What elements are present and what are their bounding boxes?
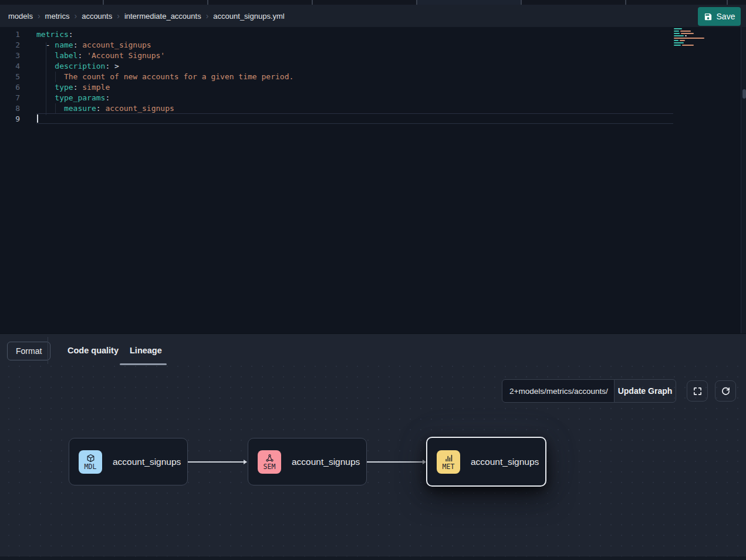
minimap-row bbox=[674, 28, 715, 29]
code-line bbox=[36, 114, 293, 124]
line-number: 3 bbox=[0, 50, 20, 61]
code-line: - name: account_signups bbox=[36, 40, 293, 50]
line-number-gutter: 123456789 bbox=[0, 29, 20, 124]
minimap-row bbox=[674, 31, 715, 32]
node-type-label: SEM bbox=[264, 463, 276, 470]
breadcrumb-item[interactable]: intermediate_accounts bbox=[124, 12, 201, 21]
top-tab-strip bbox=[0, 0, 746, 5]
node-name: account_signups bbox=[113, 457, 181, 467]
line-number: 4 bbox=[0, 61, 20, 72]
node-type-label: MDL bbox=[85, 463, 97, 470]
minimap-row bbox=[674, 33, 715, 34]
format-button[interactable]: Format bbox=[7, 342, 50, 360]
node-badge: SEM bbox=[258, 450, 281, 474]
lineage-node-model[interactable]: MDL account_signups bbox=[69, 438, 188, 485]
top-tab-stub[interactable] bbox=[0, 0, 104, 5]
code-line: The count of new accounts for a given ti… bbox=[36, 72, 293, 82]
code-line: type: simple bbox=[36, 82, 293, 93]
save-button[interactable]: Save bbox=[698, 7, 741, 26]
code-line: measure: account_signups bbox=[36, 103, 293, 114]
breadcrumb-separator: › bbox=[38, 11, 40, 21]
breadcrumb-item[interactable]: account_signups.yml bbox=[213, 12, 284, 21]
node-badge: MDL bbox=[79, 450, 102, 474]
semantic-share-icon bbox=[265, 454, 274, 463]
code-content: metrics: - name: account_signups label: … bbox=[36, 29, 293, 124]
minimap-row bbox=[674, 40, 715, 41]
lineage-node-metric[interactable]: MET account_signups bbox=[426, 437, 546, 487]
refresh-button[interactable] bbox=[715, 380, 736, 402]
refresh-icon bbox=[721, 386, 731, 396]
model-cube-icon bbox=[86, 454, 95, 463]
top-tab-stub[interactable] bbox=[104, 0, 208, 5]
fullscreen-icon bbox=[693, 386, 703, 396]
minimap[interactable] bbox=[674, 28, 715, 47]
line-number: 2 bbox=[0, 40, 20, 50]
line-number: 6 bbox=[0, 82, 20, 93]
top-tab-stub[interactable] bbox=[728, 0, 746, 5]
bottom-panel: Format Code quality Lineage Update Graph bbox=[0, 333, 746, 560]
line-number: 5 bbox=[0, 72, 20, 82]
breadcrumb-separator: › bbox=[74, 11, 77, 21]
top-tab-stub[interactable] bbox=[313, 0, 417, 5]
top-tab-stub[interactable] bbox=[417, 0, 522, 5]
lineage-selector-input[interactable] bbox=[502, 379, 615, 403]
tab-code-quality[interactable]: Code quality bbox=[67, 346, 119, 355]
ide-window: models›metrics›accounts›intermediate_acc… bbox=[0, 0, 746, 560]
top-tab-stub[interactable] bbox=[208, 0, 313, 5]
breadcrumb-item[interactable]: accounts bbox=[82, 12, 112, 21]
code-line: type_params: bbox=[36, 93, 293, 103]
lineage-node-semantic[interactable]: SEM account_signups bbox=[248, 438, 367, 485]
line-number: 9 bbox=[0, 114, 20, 124]
node-name: account_signups bbox=[292, 457, 360, 467]
minimap-row bbox=[674, 35, 715, 36]
scrollbar-thumb[interactable] bbox=[742, 89, 746, 99]
breadcrumb-item[interactable]: metrics bbox=[45, 12, 70, 21]
node-badge: MET bbox=[437, 450, 460, 474]
top-tab-stub[interactable] bbox=[522, 0, 626, 5]
update-graph-button[interactable]: Update Graph bbox=[614, 379, 676, 403]
minimap-row bbox=[674, 38, 715, 39]
breadcrumb-item[interactable]: models bbox=[8, 12, 33, 21]
metric-chart-icon bbox=[444, 454, 453, 463]
code-line: label: 'Account Signups' bbox=[36, 50, 293, 61]
panel-divider bbox=[48, 337, 48, 364]
breadcrumb-bar: models›metrics›accounts›intermediate_acc… bbox=[0, 5, 746, 27]
minimap-row bbox=[674, 45, 715, 46]
lineage-graph[interactable]: Update Graph bbox=[0, 366, 746, 557]
code-editor[interactable]: 123456789 metrics: - name: account_signu… bbox=[0, 27, 746, 333]
save-icon bbox=[704, 12, 713, 21]
fullscreen-button[interactable] bbox=[687, 380, 708, 402]
node-name: account_signups bbox=[471, 457, 539, 467]
minimap-row bbox=[674, 42, 715, 43]
line-number: 1 bbox=[0, 29, 20, 40]
lineage-edge bbox=[367, 461, 426, 463]
save-button-label: Save bbox=[717, 12, 735, 21]
breadcrumb-separator: › bbox=[117, 11, 120, 21]
breadcrumb-separator: › bbox=[206, 11, 209, 21]
status-strip bbox=[0, 556, 746, 560]
code-line: metrics: bbox=[36, 29, 293, 40]
breadcrumb: models›metrics›accounts›intermediate_acc… bbox=[8, 11, 285, 21]
lineage-edge bbox=[188, 461, 247, 463]
tab-lineage[interactable]: Lineage bbox=[130, 346, 162, 355]
line-number: 7 bbox=[0, 93, 20, 103]
top-tab-stub[interactable] bbox=[626, 0, 728, 5]
editor-scrollbar[interactable] bbox=[741, 27, 746, 333]
node-type-label: MET bbox=[443, 463, 455, 470]
line-number: 8 bbox=[0, 103, 20, 114]
active-tab-underline bbox=[120, 363, 167, 365]
code-line: description: > bbox=[36, 61, 293, 72]
